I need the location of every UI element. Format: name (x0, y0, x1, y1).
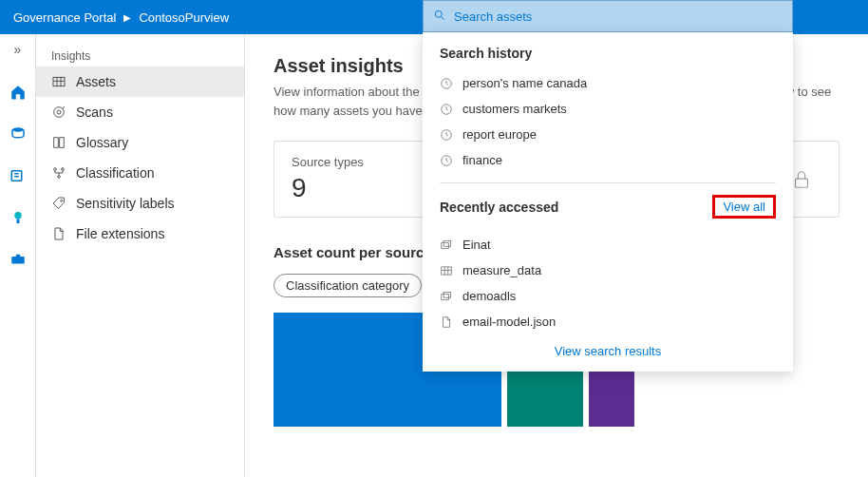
svg-rect-5 (15, 255, 20, 258)
table-icon (440, 264, 453, 277)
history-item[interactable]: finance (440, 147, 776, 173)
collapse-toggle[interactable]: » (14, 42, 22, 57)
clock-icon (440, 128, 453, 142)
file-icon (51, 226, 66, 241)
history-item[interactable]: customers markets (440, 96, 776, 122)
sidebar-item-classification[interactable]: Classification (36, 158, 244, 188)
divider (440, 182, 776, 183)
recent-label: measure_data (462, 263, 541, 277)
book-icon (51, 135, 66, 150)
sidebar-item-label: Assets (76, 74, 116, 89)
search-overlay: Search history person's name canadacusto… (423, 0, 793, 372)
folders-icon (440, 238, 453, 252)
view-all-link[interactable]: View all (712, 195, 776, 219)
card-value: 9 (292, 173, 407, 203)
recent-heading: Recently accessed (440, 200, 558, 215)
sidebar-item-label: Scans (76, 105, 113, 120)
svg-point-14 (435, 10, 442, 17)
history-label: person's name canada (462, 76, 587, 90)
clock-icon (440, 77, 453, 90)
history-label: customers markets (462, 102, 567, 116)
sidebar-heading: Insights (36, 44, 244, 67)
table-icon (51, 74, 66, 89)
clock-icon (440, 154, 453, 167)
svg-point-7 (54, 107, 65, 118)
sidebar-item-label: Sensitivity labels (76, 196, 175, 211)
lock-icon (791, 169, 812, 190)
icon-rail: » (0, 34, 36, 477)
recent-item[interactable]: email-model.json (440, 309, 776, 334)
svg-point-9 (54, 168, 57, 171)
breadcrumb-current[interactable]: ContosoPurview (139, 10, 229, 25)
svg-rect-3 (16, 219, 19, 224)
rail-data-icon[interactable] (0, 122, 36, 146)
recent-item[interactable]: measure_data (440, 258, 776, 283)
rail-home-icon[interactable] (0, 80, 36, 105)
svg-rect-22 (442, 294, 449, 299)
svg-point-0 (12, 127, 24, 132)
svg-rect-20 (443, 240, 451, 246)
rail-insights-icon[interactable] (0, 205, 36, 230)
sidebar-item-label: Glossary (76, 135, 128, 150)
search-dropdown: Search history person's name canadacusto… (423, 32, 793, 372)
recent-label: demoadls (462, 289, 516, 303)
target-icon (51, 105, 66, 120)
svg-rect-13 (796, 179, 808, 187)
filter-pill[interactable]: Classification category (274, 274, 422, 297)
history-item[interactable]: report europe (440, 122, 776, 147)
sidebar-item-label: File extensions (76, 226, 164, 241)
sidebar-item-glossary[interactable]: Glossary (36, 127, 244, 158)
history-label: finance (462, 153, 502, 167)
search-box[interactable] (423, 0, 793, 32)
rail-management-icon[interactable] (0, 247, 36, 272)
recent-item[interactable]: Einat (440, 232, 776, 258)
search-icon (433, 9, 446, 25)
tag-icon (51, 196, 66, 211)
file-icon (440, 315, 453, 329)
history-label: report europe (462, 127, 537, 142)
sidebar-item-scans[interactable]: Scans (36, 97, 244, 127)
sidebar: Insights AssetsScansGlossaryClassificati… (36, 34, 245, 477)
svg-point-2 (14, 212, 22, 219)
clock-icon (440, 103, 453, 116)
svg-rect-23 (443, 292, 451, 297)
card-source-types: Source types 9 (274, 141, 425, 218)
flow-icon (51, 165, 66, 181)
sidebar-item-file-extensions[interactable]: File extensions (36, 219, 244, 249)
history-item[interactable]: person's name canada (440, 70, 776, 96)
breadcrumb-root[interactable]: Governance Portal (13, 10, 116, 25)
folders-icon (440, 290, 453, 303)
svg-point-8 (57, 110, 61, 114)
recent-label: Einat (462, 238, 491, 252)
recent-item[interactable]: demoadls (440, 283, 776, 309)
sidebar-item-sensitivity-labels[interactable]: Sensitivity labels (36, 188, 244, 219)
svg-point-12 (61, 200, 63, 201)
sidebar-item-assets[interactable]: Assets (36, 67, 244, 97)
sidebar-item-label: Classification (76, 165, 154, 181)
search-input[interactable] (454, 10, 783, 24)
svg-rect-21 (442, 266, 452, 274)
rail-catalog-icon[interactable] (0, 163, 36, 188)
svg-rect-6 (53, 77, 65, 86)
chevron-right-icon: ▶ (123, 12, 131, 23)
recent-label: email-model.json (462, 315, 556, 329)
svg-point-10 (62, 168, 65, 171)
svg-rect-19 (442, 242, 449, 248)
card-label: Source types (292, 155, 407, 169)
svg-point-11 (58, 176, 61, 179)
search-history-heading: Search history (440, 46, 776, 61)
view-search-results-link[interactable]: View search results (555, 344, 661, 358)
svg-rect-4 (11, 257, 25, 264)
